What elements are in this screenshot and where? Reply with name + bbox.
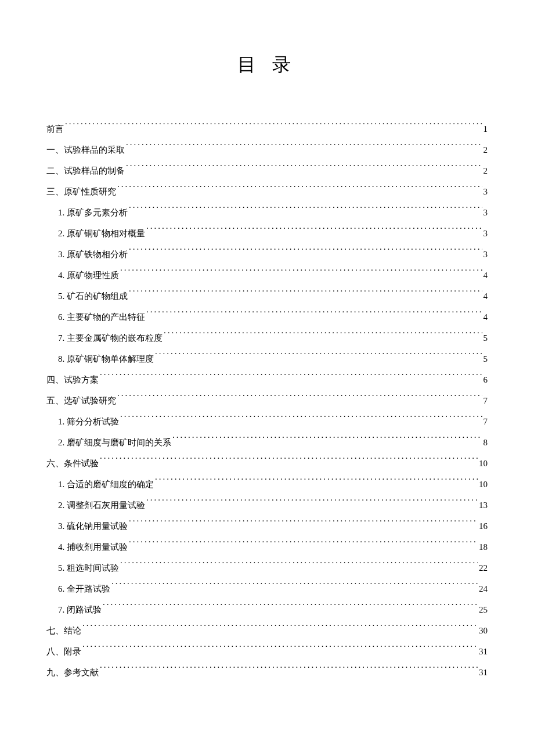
toc-entry-label: 1. 合适的磨矿细度的确定 xyxy=(58,474,154,495)
toc-leader-dots xyxy=(155,353,482,362)
toc-leader-dots xyxy=(146,228,482,236)
toc-entry-label: 八、附录 xyxy=(46,641,81,662)
toc-leader-dots xyxy=(164,332,482,341)
toc-entry-label: 8. 原矿铜矿物单体解理度 xyxy=(58,348,154,369)
toc-entry-page: 3 xyxy=(484,223,488,244)
toc-entry: 2. 原矿铜矿物相对概量3 xyxy=(58,223,488,244)
toc-entry-page: 7 xyxy=(484,411,488,432)
toc-entry: 2. 调整剂石灰用量试验13 xyxy=(58,495,488,516)
toc-leader-dots xyxy=(129,541,478,550)
toc-entry: 三、原矿性质研究3 xyxy=(46,181,488,202)
toc-entry: 八、附录31 xyxy=(46,641,488,662)
toc-entry-page: 31 xyxy=(479,641,488,662)
toc-entry: 5. 粗选时间试验22 xyxy=(58,557,488,578)
toc-leader-dots xyxy=(117,186,482,195)
toc-entry: 1. 筛分分析试验7 xyxy=(58,411,488,432)
toc-entry: 七、结论30 xyxy=(46,620,488,641)
toc-entry: 前言1 xyxy=(46,118,488,139)
toc-entry-page: 2 xyxy=(484,160,488,181)
toc-entry-page: 10 xyxy=(479,474,488,495)
toc-entry: 5. 矿石的矿物组成4 xyxy=(58,286,488,307)
toc-entry-page: 10 xyxy=(479,453,488,474)
toc-leader-dots xyxy=(129,290,482,299)
toc-entry: 五、选矿试验研究7 xyxy=(46,390,488,411)
toc-entry-page: 16 xyxy=(479,516,488,537)
toc-entry-page: 22 xyxy=(479,557,488,578)
toc-entry-page: 5 xyxy=(484,327,488,348)
toc-entry-label: 5. 粗选时间试验 xyxy=(58,557,119,578)
toc-entry-page: 2 xyxy=(484,139,488,160)
toc-entry-page: 18 xyxy=(479,537,488,557)
toc-entry-label: 7. 主要金属矿物的嵌布粒度 xyxy=(58,327,163,348)
toc-entry-page: 4 xyxy=(484,307,488,327)
toc-leader-dots xyxy=(120,416,482,424)
toc-entry-label: 1. 原矿多元素分析 xyxy=(58,202,128,223)
toc-entry-page: 4 xyxy=(484,265,488,286)
page-title: 目 录 xyxy=(46,52,488,78)
toc-entry-page: 3 xyxy=(484,202,488,223)
toc-entry-page: 13 xyxy=(479,495,488,516)
toc-entry-page: 3 xyxy=(484,244,488,265)
toc-leader-dots xyxy=(120,269,482,278)
toc-entry: 一、试验样品的采取2 xyxy=(46,139,488,160)
toc-entry-page: 1 xyxy=(484,118,488,139)
toc-entry: 3. 原矿铁物相分析3 xyxy=(58,244,488,265)
toc-leader-dots xyxy=(172,437,482,445)
toc-entry-label: 7. 闭路试验 xyxy=(58,599,102,620)
toc-entry-page: 25 xyxy=(479,599,488,620)
toc-entry: 四、试验方案6 xyxy=(46,369,488,390)
toc-entry: 6. 全开路试验24 xyxy=(58,578,488,599)
toc-entry-label: 五、选矿试验研究 xyxy=(46,390,116,411)
toc-entry-page: 7 xyxy=(484,390,488,411)
toc-entry: 1. 原矿多元素分析3 xyxy=(58,202,488,223)
toc-entry-label: 4. 捕收剂用量试验 xyxy=(58,537,128,557)
toc-entry-label: 6. 主要矿物的产出特征 xyxy=(58,307,145,327)
toc-entry-label: 3. 原矿铁物相分析 xyxy=(58,244,128,265)
toc-entry-label: 2. 调整剂石灰用量试验 xyxy=(58,495,145,516)
toc-leader-dots xyxy=(82,625,478,633)
toc-entry-label: 七、结论 xyxy=(46,620,81,641)
toc-entry-page: 24 xyxy=(479,578,488,599)
toc-entry-label: 3. 硫化钠用量试验 xyxy=(58,516,128,537)
toc-entry: 3. 硫化钠用量试验16 xyxy=(58,516,488,537)
toc-entry-label: 前言 xyxy=(46,118,64,139)
toc-leader-dots xyxy=(146,311,482,320)
toc-leader-dots xyxy=(129,249,482,257)
toc-entry-label: 2. 原矿铜矿物相对概量 xyxy=(58,223,145,244)
toc-leader-dots xyxy=(146,499,478,508)
toc-entry-page: 31 xyxy=(479,662,488,683)
toc-entry-page: 5 xyxy=(484,348,488,369)
toc-leader-dots xyxy=(103,604,478,613)
toc-entry-label: 2. 磨矿细度与磨矿时间的关系 xyxy=(58,432,171,453)
toc-entry: 二、试验样品的制备2 xyxy=(46,160,488,181)
toc-entry-label: 4. 原矿物理性质 xyxy=(58,265,119,286)
toc-leader-dots xyxy=(126,165,482,174)
toc-leader-dots xyxy=(65,123,482,132)
toc-leader-dots xyxy=(120,562,478,571)
toc-leader-dots xyxy=(100,667,478,675)
toc-entry-page: 3 xyxy=(484,181,488,202)
toc-leader-dots xyxy=(155,478,478,487)
toc-entry-label: 6. 全开路试验 xyxy=(58,578,110,599)
toc-entry-page: 30 xyxy=(479,620,488,641)
toc-entry-label: 5. 矿石的矿物组成 xyxy=(58,286,128,307)
toc-leader-dots xyxy=(100,458,478,466)
toc-entry-label: 四、试验方案 xyxy=(46,369,99,390)
toc-entry-label: 三、原矿性质研究 xyxy=(46,181,116,202)
toc-leader-dots xyxy=(117,395,482,404)
toc-leader-dots xyxy=(82,646,478,654)
table-of-contents: 前言1一、试验样品的采取2二、试验样品的制备2三、原矿性质研究31. 原矿多元素… xyxy=(46,118,488,683)
toc-entry: 六、条件试验10 xyxy=(46,453,488,474)
toc-leader-dots xyxy=(111,583,478,592)
toc-entry-label: 六、条件试验 xyxy=(46,453,99,474)
toc-entry: 2. 磨矿细度与磨矿时间的关系8 xyxy=(58,432,488,453)
toc-entry: 1. 合适的磨矿细度的确定10 xyxy=(58,474,488,495)
toc-entry: 8. 原矿铜矿物单体解理度5 xyxy=(58,348,488,369)
toc-leader-dots xyxy=(126,144,482,153)
toc-leader-dots xyxy=(129,520,478,529)
toc-entry-label: 二、试验样品的制备 xyxy=(46,160,125,181)
toc-entry: 6. 主要矿物的产出特征4 xyxy=(58,307,488,327)
toc-entry: 九、参考文献31 xyxy=(46,662,488,683)
toc-leader-dots xyxy=(129,207,482,215)
toc-entry: 7. 闭路试验25 xyxy=(58,599,488,620)
